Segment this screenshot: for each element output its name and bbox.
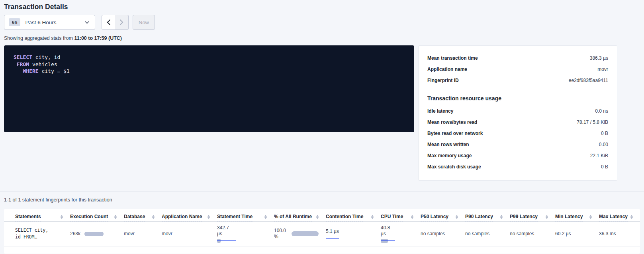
- cpu-time-bar: [381, 239, 395, 243]
- cell-contention-time: 5.1 µs: [326, 221, 381, 246]
- resource-value: 0.0 ns: [595, 108, 608, 114]
- column-header-statement-time: Statement Time: [217, 209, 274, 221]
- sql-line-3: WHERE city = $1: [14, 68, 405, 75]
- statement-time-value: 342.7: [217, 225, 267, 231]
- column-header-cpu-time: CPU Time: [381, 209, 421, 221]
- cell-runtime-pct: 100.0%: [274, 221, 326, 246]
- details-cards-row: SELECT city, id FROM vehicles WHERE city…: [4, 45, 640, 181]
- sort-icon[interactable]: [316, 215, 319, 219]
- runtime-bar: [292, 231, 319, 236]
- resource-value: 0 B: [601, 164, 608, 170]
- section-divider: [0, 191, 644, 191]
- column-header-database: Database: [124, 209, 162, 221]
- resource-label: Bytes read over network: [427, 131, 483, 136]
- resource-row-idle-latency: Idle latency 0.0 ns: [427, 106, 608, 117]
- chevron-right-icon: [120, 20, 123, 25]
- resource-row-max-scratch-disk-usage: Max scratch disk usage 0 B: [427, 161, 608, 172]
- cell-statements: SELECT city,id FROM…: [4, 221, 70, 246]
- column-header-p50-latency: P50 Latency: [421, 209, 465, 221]
- sort-icon[interactable]: [371, 215, 374, 219]
- statements-table-card: Statements Execution Count Database Appl…: [4, 209, 640, 254]
- sort-icon[interactable]: [500, 215, 503, 219]
- sort-icon[interactable]: [152, 215, 155, 219]
- sort-icon[interactable]: [61, 215, 63, 219]
- page-title: Transaction Details: [4, 2, 644, 11]
- contention-time-bar: [326, 236, 339, 239]
- resource-value: 0.00: [599, 142, 608, 147]
- chevron-down-icon: [85, 21, 89, 24]
- column-header-runtime-pct: % of All Runtime: [274, 209, 326, 221]
- sort-icon[interactable]: [456, 215, 458, 219]
- column-header-max-latency: Max Latency: [599, 209, 640, 221]
- runtime-value: 100.0: [274, 228, 286, 234]
- sort-icon[interactable]: [630, 215, 633, 219]
- statement-fingerprints-table: Statements Execution Count Database Appl…: [4, 209, 640, 246]
- aggregated-stats-caption: Showing aggregated stats from 11:00 to 1…: [4, 35, 640, 41]
- resource-label: Max memory usage: [427, 153, 472, 158]
- sort-icon[interactable]: [411, 215, 413, 219]
- column-header-p90-latency: P90 Latency: [465, 209, 510, 221]
- sql-line-2: FROM vehicles: [14, 61, 405, 68]
- resource-value: 22.1 KiB: [590, 153, 608, 158]
- sort-icon[interactable]: [546, 215, 548, 219]
- time-range-dropdown[interactable]: 6h Past 6 Hours: [4, 15, 95, 30]
- cell-cpu-time: 40.8µs: [381, 221, 421, 246]
- summary-value: movr: [597, 66, 608, 72]
- stats-caption-prefix: Showing aggregated stats from: [4, 35, 74, 41]
- sort-icon[interactable]: [264, 215, 267, 219]
- column-header-contention-time: Contention Time: [326, 209, 381, 221]
- statement-fingerprint-link[interactable]: SELECT city,id FROM…: [15, 227, 63, 240]
- time-range-label: Past 6 Hours: [25, 20, 56, 25]
- time-range-badge: 6h: [9, 18, 20, 26]
- column-header-p99-latency: P99 Latency: [510, 209, 555, 221]
- cell-max-latency: 36.3 ms: [599, 221, 640, 246]
- summary-label: Fingerprint ID: [427, 78, 459, 83]
- summary-label: Application name: [427, 66, 467, 72]
- sort-icon[interactable]: [114, 215, 117, 219]
- contention-time-value: 5.1 µs: [326, 229, 374, 234]
- summary-label: Mean transaction time: [427, 55, 478, 61]
- next-interval-button[interactable]: [115, 15, 129, 30]
- column-header-execution-count: Execution Count: [70, 209, 124, 221]
- execution-count-value: 263k: [70, 231, 80, 236]
- now-button[interactable]: Now: [133, 15, 155, 30]
- resource-value: 0 B: [601, 131, 608, 136]
- resource-value: 78.17 / 5.8 KiB: [577, 119, 608, 125]
- stats-caption-range: 11:00 to 17:59 (UTC): [74, 35, 122, 41]
- statements-table-caption: 1-1 of 1 statement fingerprints for this…: [4, 197, 644, 203]
- resource-label: Idle latency: [427, 108, 453, 114]
- statement-time-unit: µs: [217, 231, 267, 237]
- transaction-details-page: Transaction Details 6h Past 6 Hours Now …: [0, 0, 644, 254]
- table-header-row: Statements Execution Count Database Appl…: [4, 209, 640, 221]
- cell-statement-time: 342.7µs: [217, 221, 274, 246]
- summary-row-fingerprint-id: Fingerprint ID ee2df683f5aa9411: [427, 75, 608, 86]
- resource-row-mean-rows-written: Mean rows written 0.00: [427, 139, 608, 150]
- resource-usage-heading: Transaction resource usage: [427, 95, 608, 102]
- column-header-min-latency: Min Latency: [555, 209, 599, 221]
- cell-execution-count: 263k: [70, 221, 124, 246]
- cell-min-latency: 60.2 µs: [555, 221, 599, 246]
- time-controls: 6h Past 6 Hours Now: [4, 15, 640, 30]
- cell-p99-latency: no samples: [510, 221, 555, 246]
- runtime-unit: %: [274, 234, 286, 240]
- cell-p50-latency: no samples: [421, 221, 465, 246]
- sql-line-1: SELECT city, id: [14, 54, 405, 61]
- summary-divider: [427, 91, 608, 91]
- resource-row-bytes-read-over-network: Bytes read over network 0 B: [427, 128, 608, 139]
- statement-time-bar: [217, 239, 236, 243]
- execution-count-bar: [84, 232, 104, 236]
- resource-label: Mean rows/bytes read: [427, 119, 477, 125]
- cell-database: movr: [124, 221, 162, 246]
- column-header-application-name: Application Name: [162, 209, 217, 221]
- summary-value: ee2df683f5aa9411: [569, 78, 608, 83]
- cpu-time-unit: µs: [381, 231, 413, 237]
- previous-interval-button[interactable]: [102, 15, 115, 30]
- cell-p90-latency: no samples: [465, 221, 510, 246]
- transaction-summary-panel: Mean transaction time 386.3 µs Applicati…: [418, 45, 617, 181]
- summary-row-application-name: Application name movr: [427, 64, 608, 75]
- sort-icon[interactable]: [207, 215, 210, 219]
- table-row: SELECT city,id FROM… 263k movr movr 342.…: [4, 221, 640, 246]
- sort-icon[interactable]: [589, 215, 592, 219]
- sql-fingerprint-card: SELECT city, id FROM vehicles WHERE city…: [4, 45, 414, 132]
- summary-row-mean-transaction-time: Mean transaction time 386.3 µs: [427, 53, 608, 64]
